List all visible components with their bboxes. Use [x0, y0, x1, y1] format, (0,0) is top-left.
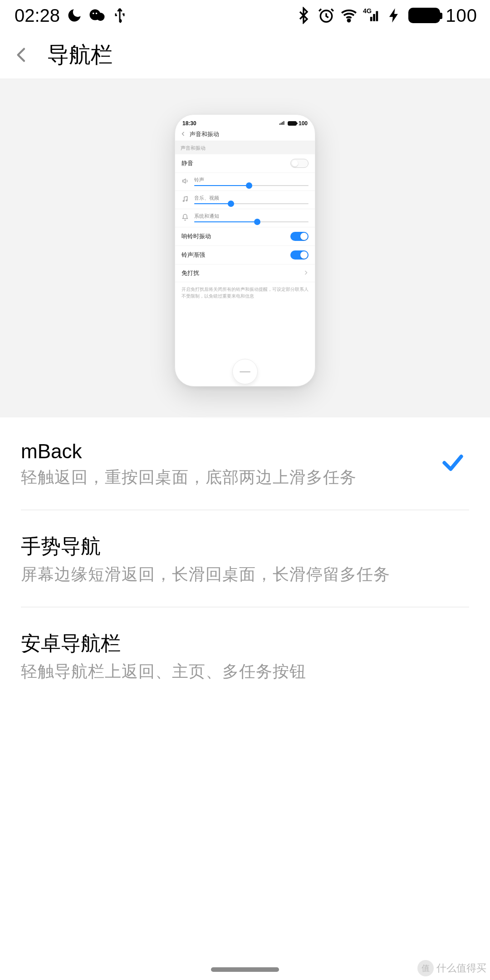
preview-slider: 铃声: [175, 173, 315, 191]
svg-rect-12: [282, 122, 283, 125]
battery-level: 100: [446, 5, 477, 26]
nav-option-desc: 屏幕边缘短滑返回，长滑回桌面，长滑停留多任务: [21, 564, 469, 586]
preview-phone: 18:30 100 声音和振动 声音和振动 静音 铃声音乐、视频系统和通知 响铃…: [175, 114, 315, 387]
nav-option-title: 手势导航: [21, 533, 469, 560]
preview-row-dnd: 免打扰: [175, 265, 315, 282]
preview-battery-icon: [288, 121, 297, 126]
preview-title: 声音和振动: [190, 130, 219, 138]
charging-icon: [386, 7, 403, 24]
preview-slider-label: 铃声: [194, 176, 309, 183]
usb-icon: [112, 7, 128, 24]
svg-rect-7: [370, 17, 372, 21]
back-button[interactable]: [11, 44, 33, 66]
page-title: 导航栏: [47, 40, 113, 69]
preview-row-vibrate: 响铃时振动: [175, 227, 315, 246]
gesture-bar[interactable]: [211, 967, 279, 972]
nav-option-title: 安卓导航栏: [21, 630, 469, 657]
preview-battery-level: 100: [299, 120, 308, 127]
preview-fade-toggle: [290, 250, 309, 260]
preview-row-fade: 铃声渐强: [175, 246, 315, 265]
svg-text:4G: 4G: [363, 7, 372, 15]
svg-point-2: [93, 13, 94, 15]
preview-vibrate-label: 响铃时振动: [181, 232, 211, 240]
check-icon: [440, 450, 469, 479]
preview-slider-track: [194, 221, 309, 222]
svg-point-5: [348, 20, 350, 22]
preview-dnd-note: 开启免打扰后将关闭所有的铃声和振动提醒，可设定部分联系人不受限制，以免错过重要来…: [175, 282, 315, 303]
svg-rect-13: [284, 121, 284, 125]
signal-icon: 4G: [363, 7, 380, 24]
preview-row-mute: 静音: [175, 154, 315, 173]
battery-icon: [408, 8, 440, 23]
watermark-icon: 值: [417, 960, 434, 976]
preview-back-icon: [181, 131, 186, 138]
music-icon: [181, 196, 189, 204]
preview-fade-label: 铃声渐强: [181, 251, 205, 259]
preview-slider: 音乐、视频: [175, 191, 315, 209]
wechat-icon: [89, 7, 105, 24]
svg-rect-11: [281, 122, 282, 125]
nav-option-title: mBack: [21, 440, 429, 463]
preview-status-time: 18:30: [182, 120, 196, 127]
wifi-icon: [340, 7, 358, 24]
preview-mute-toggle: [290, 159, 309, 168]
nav-option[interactable]: mBack轻触返回，重按回桌面，底部两边上滑多任务: [21, 417, 469, 510]
preview-section-label: 声音和振动: [175, 141, 315, 154]
moon-icon: [66, 7, 83, 24]
chevron-right-icon: [303, 270, 309, 277]
bluetooth-icon: [295, 7, 312, 24]
svg-point-3: [96, 13, 98, 15]
svg-point-14: [183, 201, 184, 202]
status-time: 02:28: [15, 5, 60, 26]
preview-area: 18:30 100 声音和振动 声音和振动 静音 铃声音乐、视频系统和通知 响铃…: [0, 79, 490, 417]
nav-option[interactable]: 安卓导航栏轻触导航栏上返回、主页、多任务按钮: [21, 608, 469, 704]
preview-slider-label: 系统和通知: [194, 213, 309, 220]
preview-slider-track: [194, 203, 309, 204]
page-header: 导航栏: [0, 31, 490, 79]
bell-icon: [181, 214, 189, 222]
nav-option-desc: 轻触返回，重按回桌面，底部两边上滑多任务: [21, 466, 429, 489]
preview-slider-label: 音乐、视频: [194, 195, 309, 201]
preview-dnd-label: 免打扰: [181, 269, 199, 277]
svg-rect-10: [279, 123, 280, 125]
preview-vibrate-toggle: [290, 232, 309, 241]
nav-option-desc: 轻触导航栏上返回、主页、多任务按钮: [21, 661, 469, 683]
nav-options: mBack轻触返回，重按回桌面，底部两边上滑多任务手势导航屏幕边缘短滑返回，长滑…: [0, 417, 490, 704]
watermark: 值 什么值得买: [417, 960, 486, 976]
speaker-icon: [181, 177, 189, 186]
preview-signal-icon: [279, 120, 286, 127]
svg-point-1: [97, 13, 105, 21]
watermark-text: 什么值得买: [436, 961, 486, 975]
svg-rect-9: [376, 11, 378, 21]
preview-mute-label: 静音: [181, 159, 193, 167]
preview-slider-track: [194, 185, 309, 186]
nav-option[interactable]: 手势导航屏幕边缘短滑返回，长滑回桌面，长滑停留多任务: [21, 510, 469, 608]
svg-rect-8: [373, 14, 375, 21]
preview-status-bar: 18:30 100: [175, 115, 315, 127]
preview-home-button: [232, 359, 258, 384]
alarm-icon: [318, 7, 335, 24]
preview-slider: 系统和通知: [175, 209, 315, 227]
preview-header: 声音和振动: [175, 127, 315, 141]
svg-point-15: [186, 200, 187, 201]
status-bar: 02:28 4G 100: [0, 0, 490, 31]
